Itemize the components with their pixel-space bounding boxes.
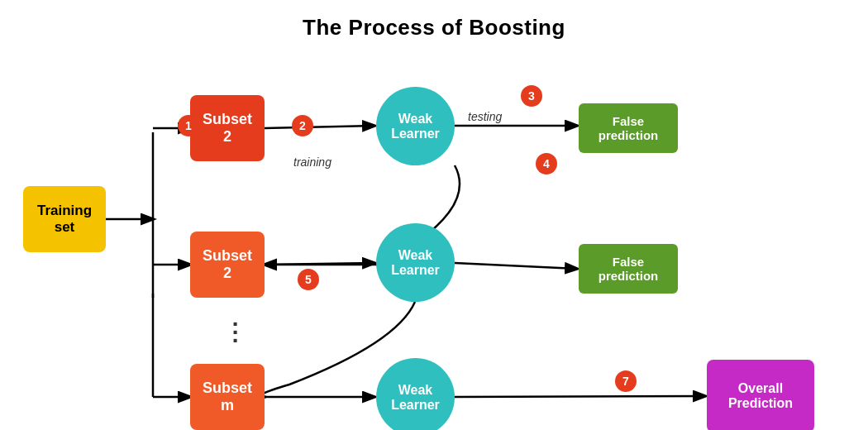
subset-box-3: Subsetm (190, 364, 265, 430)
testing-label: testing (468, 110, 502, 123)
overall-prediction-box: OverallPrediction (707, 360, 814, 430)
weak-learner-3: WeakLearner (376, 358, 455, 430)
badge-2: 2 (292, 115, 313, 136)
false-prediction-2: Falseprediction (579, 244, 678, 294)
training-label: training (293, 155, 331, 169)
svg-line-8 (265, 263, 374, 265)
false-prediction-1: Falseprediction (579, 103, 678, 153)
weak-learner-1: WeakLearner (376, 87, 455, 165)
badge-3: 3 (521, 85, 542, 107)
diagram: Trainingset Subset2 Subset2 Subsetm Weak… (0, 45, 868, 430)
ellipsis: ⋮ (223, 318, 246, 346)
svg-line-11 (455, 396, 705, 397)
subset-box-1: Subset2 (190, 95, 265, 161)
page-title: The Process of Boosting (0, 0, 868, 41)
badge-7: 7 (615, 370, 637, 392)
badge-4: 4 (536, 153, 557, 174)
training-set-box: Trainingset (23, 186, 106, 252)
svg-line-6 (265, 126, 374, 128)
weak-learner-2: WeakLearner (376, 223, 455, 302)
svg-line-9 (455, 263, 577, 269)
badge-5: 5 (298, 269, 319, 290)
badge-1: 1 (178, 115, 199, 136)
subset-box-2: Subset2 (190, 232, 265, 298)
